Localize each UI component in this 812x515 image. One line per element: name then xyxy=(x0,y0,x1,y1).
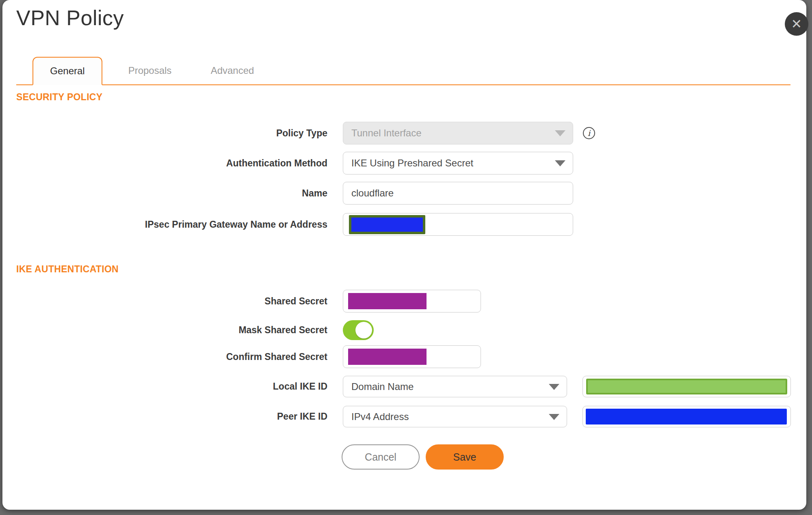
info-icon[interactable]: i xyxy=(583,127,595,139)
name-value: cloudflare xyxy=(351,187,394,199)
redacted-shared-secret-value xyxy=(348,293,427,309)
confirm-shared-secret-row: Confirm Shared Secret xyxy=(2,345,806,368)
local-ike-id-input[interactable] xyxy=(582,376,791,397)
vpn-policy-dialog: VPN Policy General Proposals Advanced SE… xyxy=(2,0,806,510)
shared-secret-input[interactable] xyxy=(343,290,481,312)
toggle-knob xyxy=(355,322,372,338)
name-input[interactable]: cloudflare xyxy=(343,182,573,205)
gateway-label: IPsec Primary Gateway Name or Address xyxy=(2,219,327,230)
tab-advanced[interactable]: Advanced xyxy=(197,57,267,84)
gateway-row: IPsec Primary Gateway Name or Address xyxy=(2,213,806,236)
chevron-down-icon xyxy=(549,384,559,390)
tab-general-label: General xyxy=(50,65,84,77)
ike-authentication-heading: IKE AUTHENTICATION xyxy=(16,264,119,275)
tab-general[interactable]: General xyxy=(32,57,102,85)
peer-ike-id-type-value: IPv4 Address xyxy=(351,411,409,422)
mask-shared-secret-label: Mask Shared Secret xyxy=(2,325,327,336)
local-ike-id-type-value: Domain Name xyxy=(351,381,414,392)
save-button-label: Save xyxy=(453,451,476,463)
name-label: Name xyxy=(2,188,327,199)
tab-advanced-label: Advanced xyxy=(211,65,254,76)
close-icon: ✕ xyxy=(791,17,802,30)
security-policy-heading: SECURITY POLICY xyxy=(16,92,102,103)
peer-ike-id-label: Peer IKE ID xyxy=(2,411,327,422)
mask-shared-secret-row: Mask Shared Secret xyxy=(2,320,806,340)
close-button[interactable]: ✕ xyxy=(785,12,808,36)
cancel-button[interactable]: Cancel xyxy=(342,444,420,470)
redacted-gateway-value xyxy=(349,215,425,234)
peer-ike-id-input[interactable] xyxy=(582,406,791,427)
page-title: VPN Policy xyxy=(16,6,124,30)
peer-ike-id-row: Peer IKE ID IPv4 Address xyxy=(2,406,806,427)
chevron-down-icon xyxy=(549,414,559,420)
name-row: Name cloudflare xyxy=(2,182,806,205)
confirm-shared-secret-input[interactable] xyxy=(343,345,481,368)
chevron-down-icon xyxy=(555,160,565,166)
local-ike-id-select[interactable]: Domain Name xyxy=(343,376,567,397)
authentication-method-row: Authentication Method IKE Using Preshare… xyxy=(2,152,806,175)
tab-proposals[interactable]: Proposals xyxy=(115,57,185,84)
redacted-confirm-shared-secret-value xyxy=(348,349,427,365)
cancel-button-label: Cancel xyxy=(365,451,396,463)
authentication-method-label: Authentication Method xyxy=(2,158,327,169)
local-ike-id-label: Local IKE ID xyxy=(2,381,327,392)
authentication-method-select[interactable]: IKE Using Preshared Secret xyxy=(343,152,573,175)
tab-bar: General Proposals Advanced xyxy=(16,57,790,85)
shared-secret-row: Shared Secret xyxy=(2,290,806,312)
authentication-method-value: IKE Using Preshared Secret xyxy=(351,157,473,169)
local-ike-id-row: Local IKE ID Domain Name xyxy=(2,376,806,397)
redacted-peer-ike-id-value xyxy=(586,409,787,424)
policy-type-value: Tunnel Interface xyxy=(351,127,422,139)
confirm-shared-secret-label: Confirm Shared Secret xyxy=(2,351,327,362)
policy-type-select: Tunnel Interface xyxy=(343,122,573,144)
policy-type-label: Policy Type xyxy=(2,128,327,139)
policy-type-row: Policy Type Tunnel Interface i xyxy=(2,122,806,144)
save-button[interactable]: Save xyxy=(426,444,504,470)
shared-secret-label: Shared Secret xyxy=(2,296,327,307)
mask-shared-secret-toggle[interactable] xyxy=(343,320,374,340)
chevron-down-icon xyxy=(555,130,565,136)
peer-ike-id-select[interactable]: IPv4 Address xyxy=(343,406,567,427)
redacted-local-ike-id-value xyxy=(586,379,787,394)
gateway-input[interactable] xyxy=(343,213,573,236)
tab-proposals-label: Proposals xyxy=(128,65,172,76)
